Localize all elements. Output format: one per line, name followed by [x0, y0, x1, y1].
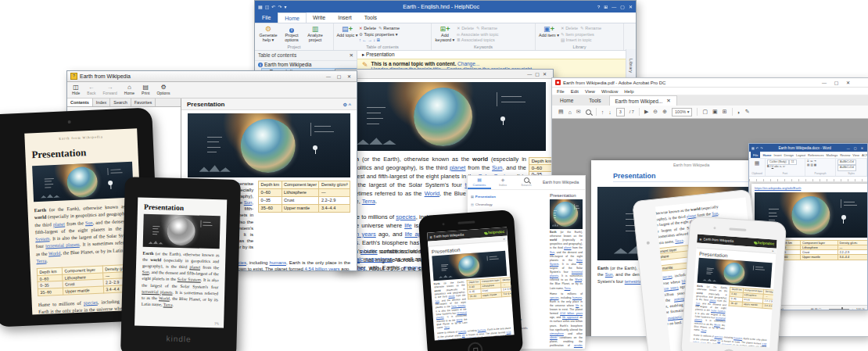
quick-access-dropdown-icon[interactable]: ▾ [284, 4, 286, 9]
delete-item-button[interactable]: Delete [565, 26, 578, 30]
comment-icon[interactable]: ◗ [737, 109, 741, 115]
text-link[interactable]: atmosphere [494, 338, 507, 341]
text-link[interactable]: Sun [142, 270, 149, 274]
print-icon[interactable]: ⌂ [569, 109, 572, 115]
paste-icon[interactable]: ▦ [755, 160, 760, 166]
maximize-button[interactable]: ▢ [535, 71, 543, 77]
hide-button[interactable]: ◫Hide [72, 84, 80, 95]
style-no-spacing[interactable]: AaBbCcDd [838, 165, 856, 170]
tab-index[interactable]: ◈Index [491, 176, 515, 189]
menu-file[interactable]: File [557, 89, 565, 94]
strikethrough-button[interactable]: abc [774, 165, 779, 168]
expand-icon[interactable]: ▸ [504, 236, 505, 240]
text-link[interactable]: terrestrial planets [142, 288, 173, 294]
tab-index[interactable]: Index [93, 98, 110, 106]
back-button[interactable]: ←Back [87, 84, 95, 95]
save-icon[interactable]: ▤ [558, 109, 564, 115]
hyperlink[interactable]: https://en.wikipedia.org/wiki/Earth [755, 186, 801, 190]
hamburger-menu-icon[interactable]: ≡ [699, 236, 701, 241]
toc-item[interactable]: ▤Chronology [471, 201, 545, 210]
text-link[interactable]: Sun [492, 164, 502, 171]
text-link[interactable]: life appeared [717, 342, 731, 346]
tab-search[interactable]: Search [515, 176, 538, 189]
expand-icon[interactable]: ▸ [772, 249, 773, 253]
tab-design[interactable]: Design [784, 153, 794, 157]
bold-button[interactable]: B [767, 165, 769, 168]
text-link[interactable]: life appeared [562, 316, 579, 319]
text-link[interactable]: humans [270, 260, 286, 265]
text-link[interactable]: abiotic [550, 336, 558, 339]
project-options-button[interactable]: iProject options [280, 24, 303, 43]
page-number-input[interactable]: 3 [616, 108, 625, 116]
tab-write[interactable]: Write [307, 13, 332, 23]
text-link[interactable]: World [425, 190, 439, 197]
associated-topics-button[interactable]: Associated topics [461, 38, 495, 42]
zoom-level-dropdown[interactable]: 100% ▾ [672, 108, 692, 116]
numbering-icon[interactable]: ≔ [810, 159, 813, 163]
align-right-icon[interactable]: ▦ [814, 163, 816, 167]
align-center-icon[interactable]: ▥ [810, 163, 812, 167]
text-link[interactable]: Sun [605, 272, 613, 277]
redo-icon[interactable]: ↷ [760, 146, 762, 150]
home-button[interactable] [468, 342, 483, 351]
ribbon-toggle-icon[interactable]: ⊞ [604, 4, 608, 9]
text-link[interactable]: terrestrial planets [45, 242, 80, 249]
fullscreen-icon[interactable]: ⊞ [723, 109, 727, 115]
tab-tools[interactable]: Tools [581, 95, 608, 106]
home-button[interactable]: ⌂Home [124, 84, 135, 95]
text-link[interactable]: World [48, 250, 61, 256]
toc-root-item[interactable]: iEarth from Wikipedia [255, 61, 357, 68]
undo-icon[interactable]: ↶ [756, 146, 759, 150]
close-tab-icon[interactable]: ✕ [666, 98, 670, 104]
search-icon[interactable] [586, 109, 591, 115]
zoom-percent[interactable]: 100 % [856, 307, 865, 310]
text-link[interactable]: Solar System [178, 277, 201, 282]
change-link[interactable]: Change... [457, 61, 479, 66]
tab-favorites[interactable]: Favorites [131, 98, 156, 106]
text-link[interactable]: life appeared [462, 336, 476, 340]
menu-window[interactable]: Window [601, 89, 618, 94]
insert-in-topic-button[interactable]: Insert in topic [566, 38, 592, 42]
text-link[interactable]: planet [564, 246, 571, 249]
subscript-button[interactable]: x₂ [780, 165, 782, 168]
text-link[interactable]: World [159, 295, 170, 300]
window-controls[interactable]: — ▢ ✕ [847, 146, 865, 150]
analyze-project-button[interactable]: ▥Analyze project [303, 24, 327, 43]
hamburger-menu-icon[interactable]: ≡ [429, 235, 432, 239]
text-link[interactable]: Sun [244, 200, 253, 205]
bullets-icon[interactable]: ≣ [807, 159, 809, 163]
redo-icon[interactable]: ↷ [278, 4, 282, 9]
toc-item[interactable]: ▤Presentation [471, 192, 545, 201]
select-tool-icon[interactable]: ▶ [644, 109, 648, 115]
zoom-out-icon[interactable]: — [823, 307, 827, 310]
text-link[interactable]: Terra [362, 198, 375, 205]
tab-file[interactable]: File [751, 152, 760, 158]
print-topic-icon[interactable]: ⚙ ^ [343, 102, 351, 107]
help-button[interactable]: ? [597, 5, 600, 9]
tab-contents[interactable]: ▤Contents [468, 176, 491, 189]
window-controls[interactable]: — ▢ ✕ [326, 73, 353, 79]
underline-button[interactable]: U [772, 165, 774, 168]
window-controls[interactable]: — ▢ ✕ [822, 80, 853, 85]
menu-help[interactable]: Help [624, 89, 633, 94]
text-link[interactable]: Terra [36, 258, 46, 264]
rename-item-button[interactable]: Rename [585, 26, 601, 30]
tab-file[interactable]: File [255, 13, 278, 23]
zoom-slider[interactable] [829, 309, 849, 310]
tab-contents[interactable]: Contents [67, 98, 93, 106]
font-size-dropdown[interactable]: 11 [789, 159, 797, 165]
fit-page-icon[interactable]: ▣ [712, 109, 718, 115]
text-link[interactable]: Terra [675, 238, 683, 243]
minimize-button[interactable]: — [527, 72, 535, 77]
undo-icon[interactable]: ↶ [271, 4, 275, 9]
item-properties-button[interactable]: Item properties [565, 32, 594, 37]
tab-review[interactable]: Review [840, 153, 850, 157]
save-icon[interactable]: ▦ [751, 146, 755, 150]
close-button[interactable]: ✕ [629, 4, 633, 9]
tab-references[interactable]: References [808, 153, 823, 157]
close-button[interactable]: ✕ [543, 71, 550, 77]
print-button[interactable]: ▤Print [142, 84, 149, 95]
text-link[interactable]: World [575, 278, 582, 281]
superscript-button[interactable]: x² [783, 165, 785, 168]
associate-with-topic-button[interactable]: Associate with topic [461, 32, 498, 37]
